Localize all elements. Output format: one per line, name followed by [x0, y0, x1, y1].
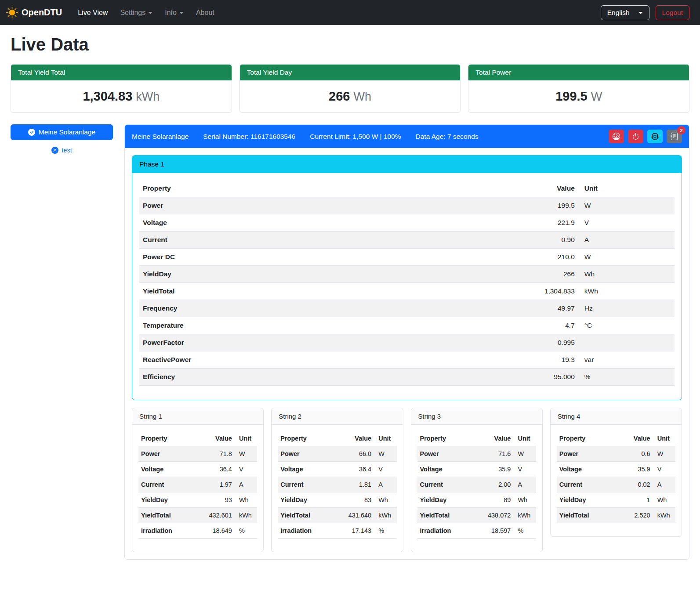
logout-button[interactable]: Logout: [656, 5, 689, 20]
value-cell: 1,304.833: [402, 283, 578, 300]
property-cell: Irradiation: [417, 523, 472, 539]
property-cell: YieldTotal: [278, 508, 332, 523]
table-row: Irradiation18.649%: [138, 523, 257, 539]
column-property: Property: [557, 431, 616, 446]
phase-card: Phase 1 Property Value Unit: [132, 155, 682, 400]
value-cell: 0.6: [616, 446, 653, 462]
property-cell: Voltage: [138, 462, 192, 477]
unit-cell: A: [578, 232, 675, 249]
nav-about[interactable]: About: [191, 5, 220, 20]
unit-cell: V: [374, 462, 396, 477]
nav-settings[interactable]: Settings: [115, 5, 158, 20]
unit-cell: %: [374, 523, 396, 539]
value-cell: 0.90: [402, 232, 578, 249]
sidebar: Meine Solaranlage test: [11, 124, 113, 154]
cpu-icon: [651, 133, 659, 140]
property-cell: Temperature: [139, 317, 402, 334]
table-row: YieldTotal431.640kWh: [278, 508, 396, 523]
property-cell: YieldDay: [557, 492, 616, 508]
power-button[interactable]: [628, 130, 643, 143]
summary-card-total-yield-total: Total Yield Total 1,304.83kWh: [11, 64, 232, 113]
summary-unit: Wh: [353, 90, 371, 103]
string-title: String 1: [132, 408, 263, 425]
unit-cell: Wh: [374, 492, 396, 508]
unit-cell: kWh: [513, 508, 536, 523]
unit-cell: Hz: [578, 300, 675, 317]
summary-value: 266: [329, 89, 350, 103]
column-unit: Unit: [235, 431, 257, 446]
table-row: Current0.90A: [139, 232, 675, 249]
property-cell: Power: [139, 197, 402, 214]
inverter-card-header: Meine Solaranlage Serial Number: 1161716…: [125, 125, 689, 148]
value-cell: 36.4: [192, 462, 235, 477]
column-unit: Unit: [374, 431, 396, 446]
unit-cell: A: [513, 477, 536, 492]
value-cell: 438.072: [472, 508, 514, 523]
summary-card-title: Total Power: [468, 65, 689, 80]
table-row: YieldDay83Wh: [278, 492, 396, 508]
table-row: YieldDay93Wh: [138, 492, 257, 508]
summary-card-title: Total Yield Day: [240, 65, 461, 80]
event-count-badge: 2: [677, 126, 685, 134]
value-cell: 35.9: [616, 462, 653, 477]
unit-cell: W: [235, 446, 257, 462]
unit-cell: kWh: [653, 508, 675, 523]
inverter-select-button[interactable]: Meine Solaranlage: [11, 124, 113, 140]
chevron-down-icon: [179, 12, 184, 14]
x-circle-icon: [51, 147, 58, 154]
nav-live-view[interactable]: Live View: [73, 5, 113, 20]
table-row: Efficiency95.000%: [139, 369, 675, 386]
sun-logo-icon: [6, 7, 18, 18]
string-table: Property Value Unit Power71.6W Voltage35…: [417, 431, 536, 539]
limit-settings-button[interactable]: [609, 130, 624, 143]
device-info-button[interactable]: [647, 130, 663, 143]
brand[interactable]: OpenDTU: [6, 7, 62, 18]
nav-info[interactable]: Info: [160, 5, 189, 20]
unit-cell: W: [578, 249, 675, 266]
property-cell: Power DC: [139, 249, 402, 266]
column-value: Value: [472, 431, 514, 446]
string-table: Property Value Unit Power71.8W Voltage36…: [138, 431, 257, 539]
column-unit: Unit: [653, 431, 675, 446]
column-property: Property: [278, 431, 332, 446]
string-card-3: String 3 Property Value Unit: [411, 408, 543, 552]
property-cell: Efficiency: [139, 369, 402, 386]
column-value: Value: [616, 431, 653, 446]
property-cell: Irradiation: [138, 523, 192, 539]
value-cell: 95.000: [402, 369, 578, 386]
property-cell: YieldDay: [139, 266, 402, 283]
value-cell: 93: [192, 492, 235, 508]
table-row: Irradiation18.597%: [417, 523, 536, 539]
language-select[interactable]: English: [601, 5, 649, 20]
value-cell: 1: [616, 492, 653, 508]
unit-cell: kWh: [578, 283, 675, 300]
property-cell: YieldTotal: [417, 508, 472, 523]
property-cell: Current: [417, 477, 472, 492]
property-cell: Power: [417, 446, 472, 462]
property-cell: YieldTotal: [138, 508, 192, 523]
journal-text-icon: [671, 133, 678, 140]
column-value: Value: [332, 431, 374, 446]
property-cell: ReactivePower: [139, 351, 402, 369]
unit-cell: W: [578, 197, 675, 214]
event-log-button[interactable]: 2: [667, 130, 682, 143]
test-inverter-link[interactable]: test: [11, 147, 113, 154]
unit-cell: var: [578, 351, 675, 369]
table-row: ReactivePower19.3var: [139, 351, 675, 369]
string-title: String 4: [551, 408, 682, 425]
value-cell: 71.8: [192, 446, 235, 462]
property-cell: Current: [138, 477, 192, 492]
phase-table: Property Value Unit Power199.5W Voltage2…: [139, 180, 675, 386]
value-cell: 0.995: [402, 334, 578, 351]
column-unit: Unit: [578, 180, 675, 197]
speedometer-icon: [613, 133, 620, 140]
column-property: Property: [139, 180, 402, 197]
chevron-down-icon: [638, 12, 643, 14]
navbar-right: English Logout: [601, 5, 689, 20]
page-title: Live Data: [11, 35, 689, 54]
value-cell: 1.97: [192, 477, 235, 492]
chevron-down-icon: [148, 12, 152, 14]
value-cell: 2.00: [472, 477, 514, 492]
value-cell: 199.5: [402, 197, 578, 214]
unit-cell: V: [513, 462, 536, 477]
